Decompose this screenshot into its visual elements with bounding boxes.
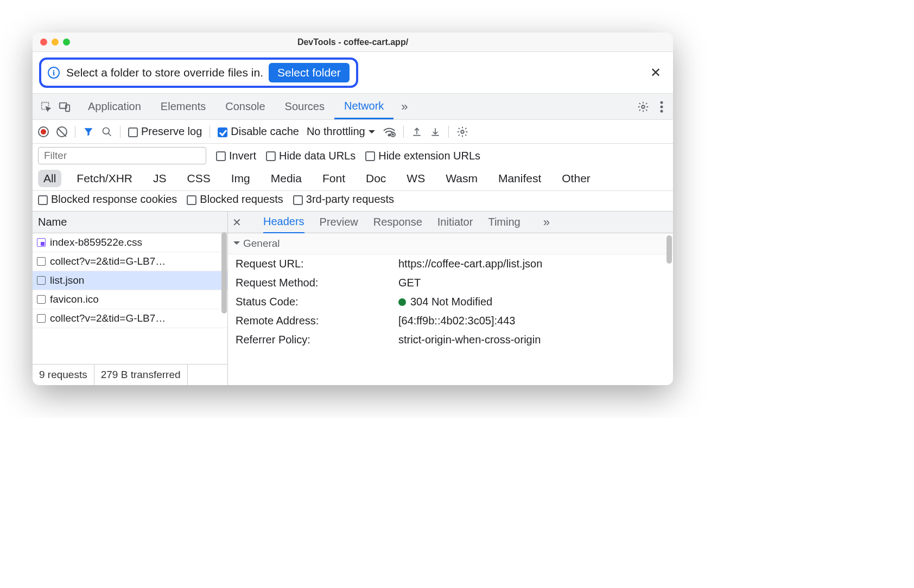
- file-icon: [37, 257, 46, 266]
- detail-tab-initiator[interactable]: Initiator: [437, 212, 473, 233]
- search-icon[interactable]: [101, 126, 112, 137]
- third-party-label: 3rd-party requests: [306, 193, 394, 205]
- network-settings-icon[interactable]: [456, 126, 468, 138]
- type-manifest[interactable]: Manifest: [493, 170, 547, 187]
- request-name: collect?v=2&tid=G-LB7…: [50, 255, 166, 267]
- close-infobar-icon[interactable]: ✕: [645, 63, 667, 82]
- blocked-cookies-checkbox[interactable]: Blocked response cookies: [38, 193, 177, 206]
- tab-elements[interactable]: Elements: [151, 95, 215, 118]
- type-css[interactable]: CSS: [182, 170, 216, 187]
- type-fetchxhr[interactable]: Fetch/XHR: [71, 170, 138, 187]
- resource-type-filters: All Fetch/XHR JS CSS Img Media Font Doc …: [33, 168, 673, 191]
- kv-row: Referrer Policy:strict-origin-when-cross…: [228, 330, 673, 349]
- type-all[interactable]: All: [38, 170, 61, 187]
- kv-row: Remote Address:[64:ff9b::4b02:3c05]:443: [228, 311, 673, 330]
- file-icon: [37, 295, 46, 304]
- upload-har-icon[interactable]: [411, 126, 422, 137]
- device-toggle-icon[interactable]: [55, 101, 74, 113]
- download-har-icon[interactable]: [430, 126, 441, 137]
- tab-network[interactable]: Network: [334, 94, 393, 119]
- kv-value: https://coffee-cart.app/list.json: [398, 258, 542, 270]
- override-infobar: i Select a folder to store override file…: [33, 52, 673, 94]
- invert-label: Invert: [229, 150, 256, 162]
- name-column-header[interactable]: Name: [33, 212, 227, 233]
- settings-icon[interactable]: [637, 101, 649, 113]
- type-img[interactable]: Img: [226, 170, 256, 187]
- network-conditions-icon[interactable]: [383, 126, 396, 137]
- third-party-checkbox[interactable]: 3rd-party requests: [293, 193, 394, 206]
- request-row[interactable]: collect?v=2&tid=G-LB7…: [33, 252, 227, 271]
- tab-sources[interactable]: Sources: [275, 95, 334, 118]
- type-ws[interactable]: WS: [401, 170, 430, 187]
- type-other[interactable]: Other: [556, 170, 596, 187]
- detail-tab-timing[interactable]: Timing: [488, 212, 520, 233]
- blocked-requests-checkbox[interactable]: Blocked requests: [187, 193, 283, 206]
- tab-console[interactable]: Console: [215, 95, 275, 118]
- request-row[interactable]: index-b859522e.css: [33, 233, 227, 252]
- detail-tab-preview[interactable]: Preview: [320, 212, 358, 233]
- request-list-column: Name index-b859522e.css collect?v=2&tid=…: [33, 212, 228, 385]
- request-row[interactable]: list.json: [33, 271, 227, 290]
- request-detail: ✕ Headers Preview Response Initiator Tim…: [228, 212, 673, 385]
- css-file-icon: [37, 238, 46, 247]
- blocked-cookies-label: Blocked response cookies: [51, 193, 177, 205]
- request-row[interactable]: collect?v=2&tid=G-LB7…: [33, 309, 227, 328]
- request-list: index-b859522e.css collect?v=2&tid=G-LB7…: [33, 233, 227, 364]
- transferred-size: 279 B transferred: [94, 365, 188, 385]
- throttling-label: No throttling: [307, 125, 365, 138]
- request-row[interactable]: favicon.ico: [33, 290, 227, 309]
- close-detail-icon[interactable]: ✕: [232, 216, 248, 229]
- record-button[interactable]: [38, 126, 49, 137]
- select-folder-button[interactable]: Select folder: [269, 63, 350, 82]
- request-count: 9 requests: [33, 365, 94, 385]
- filter-toggle-icon[interactable]: [83, 126, 94, 137]
- kv-value: GET: [398, 277, 421, 289]
- kv-key: Status Code:: [236, 296, 398, 308]
- filter-input[interactable]: [38, 147, 206, 164]
- hide-data-urls-checkbox[interactable]: Hide data URLs: [266, 150, 356, 162]
- inspect-element-icon[interactable]: [37, 101, 55, 113]
- more-tabs-icon[interactable]: »: [393, 100, 413, 114]
- kv-key: Remote Address:: [236, 315, 398, 327]
- svg-point-3: [642, 105, 645, 108]
- request-name: index-b859522e.css: [50, 237, 142, 248]
- invert-checkbox[interactable]: Invert: [216, 150, 256, 162]
- titlebar: DevTools - coffee-cart.app/: [33, 33, 673, 52]
- disable-cache-checkbox[interactable]: Disable cache: [218, 125, 299, 138]
- more-detail-tabs-icon[interactable]: »: [536, 215, 555, 229]
- type-doc[interactable]: Doc: [360, 170, 391, 187]
- svg-point-5: [661, 105, 663, 108]
- general-section-header[interactable]: General: [228, 233, 673, 254]
- request-name: collect?v=2&tid=G-LB7…: [50, 312, 166, 324]
- type-font[interactable]: Font: [317, 170, 351, 187]
- preserve-log-label: Preserve log: [141, 125, 202, 137]
- kv-key: Request Method:: [236, 277, 398, 289]
- type-wasm[interactable]: Wasm: [440, 170, 483, 187]
- scrollbar[interactable]: [221, 232, 227, 314]
- throttling-dropdown[interactable]: No throttling: [307, 125, 375, 138]
- scrollbar[interactable]: [667, 235, 672, 264]
- type-media[interactable]: Media: [265, 170, 307, 187]
- kebab-menu-icon[interactable]: [660, 101, 663, 113]
- kv-value: [64:ff9b::4b02:3c05]:443: [398, 315, 515, 327]
- request-name: favicon.ico: [50, 293, 99, 305]
- infobar-text: Select a folder to store override files …: [66, 66, 263, 79]
- preserve-log-checkbox[interactable]: Preserve log: [128, 125, 202, 138]
- hide-data-label: Hide data URLs: [279, 150, 356, 162]
- hide-extension-urls-checkbox[interactable]: Hide extension URLs: [365, 150, 480, 162]
- kv-value: 304 Not Modified: [398, 296, 492, 308]
- svg-point-7: [103, 127, 110, 134]
- type-js[interactable]: JS: [148, 170, 172, 187]
- hide-ext-label: Hide extension URLs: [378, 150, 480, 162]
- network-toolbar: Preserve log Disable cache No throttling: [33, 120, 673, 144]
- detail-tabs: ✕ Headers Preview Response Initiator Tim…: [228, 212, 673, 233]
- detail-tab-headers[interactable]: Headers: [263, 211, 304, 234]
- network-split: Name index-b859522e.css collect?v=2&tid=…: [33, 212, 673, 385]
- panel-tabs: Application Elements Console Sources Net…: [78, 94, 414, 119]
- file-icon: [37, 314, 46, 323]
- panel-tabbar: Application Elements Console Sources Net…: [33, 94, 673, 120]
- detail-tab-response[interactable]: Response: [373, 212, 422, 233]
- clear-button[interactable]: [56, 126, 67, 137]
- request-summary: 9 requests 279 B transferred: [33, 364, 227, 385]
- tab-application[interactable]: Application: [78, 95, 151, 118]
